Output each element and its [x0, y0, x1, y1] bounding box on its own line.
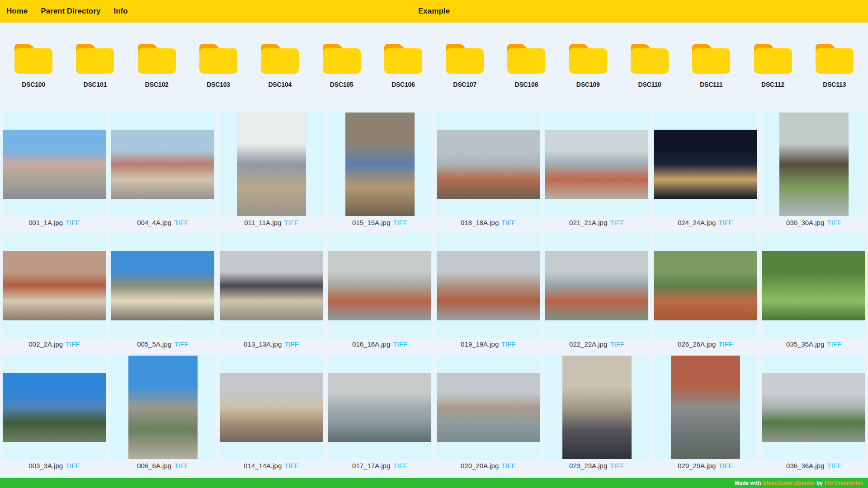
photo-thumbnail[interactable]: [220, 373, 323, 442]
photo-filename: 036_36A.jpg: [786, 462, 824, 469]
photo-thumbnail[interactable]: [3, 251, 106, 320]
nav-link-info[interactable]: Info: [114, 7, 128, 16]
photo-filename: 026_26A.jpg: [678, 340, 716, 348]
photo-card: [219, 233, 324, 338]
tiff-link[interactable]: TIFF: [501, 340, 516, 348]
photo-caption: 006_6A.jpgTIFF: [137, 462, 189, 470]
tiff-link[interactable]: TIFF: [174, 462, 189, 469]
gallery-cell: 022_22A.jpgTIFF: [542, 233, 651, 355]
folder-label: DSC103: [207, 81, 230, 88]
photo-thumbnail[interactable]: [437, 251, 540, 320]
photo-thumbnail[interactable]: [3, 373, 106, 442]
gallery-cell: 015_15A.jpgTIFF: [326, 112, 434, 233]
photo-thumbnail[interactable]: [545, 251, 648, 320]
folder-item[interactable]: DSC110: [619, 44, 680, 88]
photo-thumbnail[interactable]: [671, 356, 740, 459]
photo-filename: 035_35A.jpg: [786, 340, 824, 348]
photo-thumbnail[interactable]: [345, 113, 415, 216]
tiff-link[interactable]: TIFF: [393, 340, 407, 348]
folder-item[interactable]: DSC108: [495, 44, 557, 88]
tiff-link[interactable]: TIFF: [284, 219, 298, 226]
footer-builder-link[interactable]: StaticGalleryBuilder: [763, 480, 815, 486]
photo-thumbnail[interactable]: [562, 356, 632, 459]
photo-filename: 004_4A.jpg: [137, 219, 171, 226]
photo-caption: 030_30A.jpgTIFF: [786, 219, 841, 227]
tiff-link[interactable]: TIFF: [174, 340, 189, 348]
folder-item[interactable]: DSC113: [804, 44, 865, 88]
tiff-link[interactable]: TIFF: [610, 219, 624, 226]
gallery-cell: 020_20A.jpgTIFF: [434, 355, 542, 476]
tiff-link[interactable]: TIFF: [501, 219, 516, 226]
photo-caption: 019_19A.jpgTIFF: [461, 340, 516, 348]
folder-item[interactable]: DSC112: [742, 44, 803, 88]
tiff-link[interactable]: TIFF: [610, 462, 624, 469]
footer-author-link[interactable]: Flo Greistorfer.: [825, 480, 863, 486]
folder-label: DSC112: [761, 81, 784, 88]
photo-thumbnail[interactable]: [654, 130, 757, 199]
folder-item[interactable]: DSC106: [373, 44, 434, 88]
tiff-link[interactable]: TIFF: [827, 462, 841, 469]
folder-item[interactable]: DSC100: [3, 44, 64, 88]
tiff-link[interactable]: TIFF: [610, 340, 624, 348]
photo-card: [544, 233, 649, 338]
tiff-link[interactable]: TIFF: [66, 462, 80, 469]
photo-thumbnail[interactable]: [762, 251, 865, 320]
footer-by-text: by: [816, 480, 823, 486]
tiff-link[interactable]: TIFF: [718, 219, 733, 226]
photo-thumbnail[interactable]: [437, 130, 540, 199]
photo-thumbnail[interactable]: [437, 373, 540, 442]
folder-item[interactable]: DSC103: [188, 44, 249, 88]
photo-filename: 024_24A.jpg: [678, 219, 716, 226]
folder-item[interactable]: DSC109: [557, 44, 619, 88]
tiff-link[interactable]: TIFF: [66, 219, 80, 226]
folder-item[interactable]: DSC101: [64, 44, 126, 88]
tiff-link[interactable]: TIFF: [501, 462, 516, 469]
photo-thumbnail[interactable]: [3, 130, 106, 199]
tiff-link[interactable]: TIFF: [174, 219, 189, 226]
tiff-link[interactable]: TIFF: [284, 462, 299, 469]
folder-label: DSC111: [700, 81, 722, 88]
gallery-cell: 026_26A.jpgTIFF: [651, 233, 760, 355]
photo-filename: 016_16A.jpg: [352, 340, 390, 348]
folder-label: DSC107: [453, 81, 476, 88]
photo-thumbnail[interactable]: [762, 373, 865, 442]
folder-item[interactable]: DSC102: [126, 44, 188, 88]
folder-icon: [76, 44, 114, 74]
gallery-cell: 014_14A.jpgTIFF: [217, 355, 326, 476]
gallery-cell: 005_5A.jpgTIFF: [108, 233, 217, 355]
folder-item[interactable]: DSC107: [434, 44, 495, 88]
photo-thumbnail[interactable]: [220, 251, 323, 320]
photo-thumbnail[interactable]: [128, 356, 198, 459]
tiff-link[interactable]: TIFF: [827, 219, 841, 226]
tiff-link[interactable]: TIFF: [284, 340, 299, 348]
photo-card: [2, 112, 107, 216]
folder-item[interactable]: DSC105: [311, 44, 372, 88]
gallery-cell: 029_29A.jpgTIFF: [651, 355, 760, 476]
photo-thumbnail[interactable]: [654, 251, 757, 320]
photo-thumbnail[interactable]: [779, 113, 849, 216]
tiff-link[interactable]: TIFF: [827, 340, 841, 348]
tiff-link[interactable]: TIFF: [718, 340, 733, 348]
folder-item[interactable]: DSC111: [680, 44, 742, 88]
nav-link-home[interactable]: Home: [6, 7, 28, 16]
photo-card: [110, 112, 215, 216]
photo-thumbnail[interactable]: [111, 130, 214, 199]
tiff-link[interactable]: TIFF: [393, 219, 407, 226]
tiff-link[interactable]: TIFF: [66, 340, 80, 348]
tiff-link[interactable]: TIFF: [393, 462, 407, 469]
gallery-cell: 003_3A.jpgTIFF: [0, 355, 108, 476]
photo-thumbnail[interactable]: [545, 130, 648, 199]
folder-item[interactable]: DSC104: [249, 44, 311, 88]
nav-link-parent-directory[interactable]: Parent Directory: [41, 7, 100, 16]
photo-thumbnail[interactable]: [237, 113, 306, 216]
tiff-link[interactable]: TIFF: [718, 462, 733, 469]
photo-thumbnail[interactable]: [111, 251, 214, 320]
folder-icon: [569, 44, 607, 74]
photo-thumbnail[interactable]: [328, 373, 431, 442]
folder-row: DSC100 DSC101 DSC102 DSC103 DSC104: [0, 23, 868, 88]
photo-caption: 003_3A.jpgTIFF: [28, 462, 80, 470]
photo-filename: 018_18A.jpg: [461, 219, 499, 226]
photo-card: [436, 112, 541, 216]
photo-caption: 011_11A.jpgTIFF: [244, 219, 298, 227]
photo-thumbnail[interactable]: [328, 251, 431, 320]
